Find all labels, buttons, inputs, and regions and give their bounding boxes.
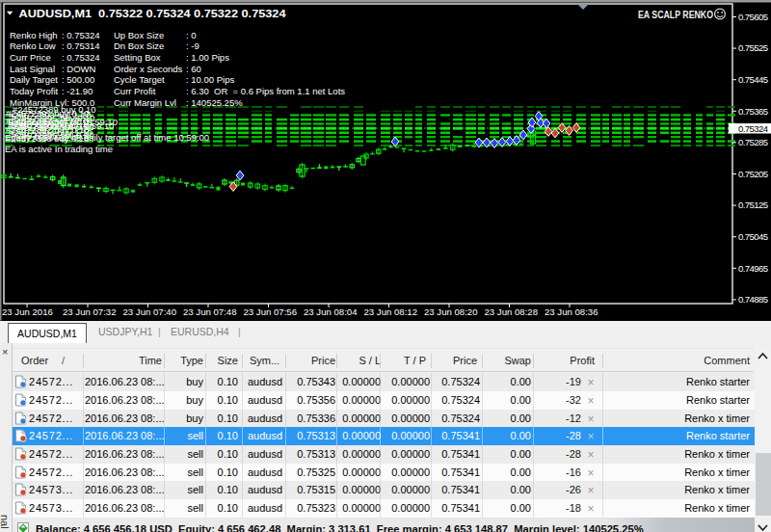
svg-text:Dn Box Size: Dn Box Size [114,40,164,51]
svg-text:Balance target off 10:59:10: Balance target off 10:59:10 [8,117,118,127]
svg-text:23 Jun 07:56: 23 Jun 07:56 [244,306,297,317]
svg-text:0.75285: 0.75285 [738,137,768,147]
svg-text:23 Jun 07:48: 23 Jun 07:48 [183,306,236,317]
svg-text:0.75445: 0.75445 [738,74,768,85]
svg-text:: 60: : 60 [186,64,201,74]
svg-text:Today Profit: Today Profit [10,86,59,96]
svg-text:0.75324: 0.75324 [738,123,769,134]
svg-text:23 Jun 07:32: 23 Jun 07:32 [63,306,116,317]
svg-text:: 0.75314: : 0.75314 [62,40,100,51]
svg-text:Daily Target: Daily Target [10,74,58,85]
svg-text:0.75045: 0.75045 [738,231,768,242]
svg-text:: 0.75324: : 0.75324 [62,30,100,40]
svg-text:Equity 4656462.48 daily target: Equity 4656462.48 daily target off at ti… [5,132,209,143]
svg-text:Curr Profit: Curr Profit [114,86,156,96]
svg-text:Renko High: Renko High [10,30,58,40]
svg-text:AUDUSD,M1 0.75322 0.75324 0.7: AUDUSD,M1 0.75322 0.75324 0.75322 0.7532… [19,8,287,19]
svg-text:EA SCALP RENKO: EA SCALP RENKO [638,10,713,20]
svg-text:Setting Box: Setting Box [114,52,161,63]
svg-text:Curr Price: Curr Price [10,52,51,63]
svg-text:Curr Margin Lvl: Curr Margin Lvl [114,97,176,108]
svg-text:0.75125: 0.75125 [738,200,768,210]
svg-text:: -21.90: : -21.90 [62,86,93,96]
svg-text:: 6.30 OR = 0.6 Pips from 1.: : 6.30 OR = 0.6 Pips from 1.1 net Lots [186,86,345,96]
svg-text:23 Jun 08:20: 23 Jun 08:20 [424,306,477,317]
svg-text:: 500.00: : 500.00 [62,74,94,85]
svg-text:: 0: : 0 [186,30,197,40]
svg-text:23 Jun 08:04: 23 Jun 08:04 [304,306,358,317]
svg-text:: DOWN: : DOWN [62,64,95,74]
svg-text:0.75205: 0.75205 [738,169,768,179]
svg-text:23 Jun 08:36: 23 Jun 08:36 [545,306,598,317]
svg-text:23 Jun 08:28: 23 Jun 08:28 [485,306,538,317]
svg-text:0.74965: 0.74965 [738,263,768,274]
svg-text:Order x Seconds: Order x Seconds [114,64,183,74]
svg-text:0.75525: 0.75525 [738,42,768,53]
svg-text:23 Jun 08:12: 23 Jun 08:12 [364,306,417,317]
svg-text:0.75605: 0.75605 [738,12,768,22]
svg-text:: 0.75324: : 0.75324 [62,52,100,63]
svg-text:0.75365: 0.75365 [738,106,768,117]
svg-text:: 140525.25%: : 140525.25% [186,97,243,108]
svg-text:Cycle Target: Cycle Target [114,74,165,85]
svg-text:23 Jun 2016: 23 Jun 2016 [2,306,53,317]
svg-text:0.74885: 0.74885 [738,294,768,305]
svg-text:Renko Low: Renko Low [10,40,56,51]
svg-text:Last Signal: Last Signal [10,64,55,74]
svg-text:23 Jun 07:40: 23 Jun 07:40 [123,306,176,317]
svg-text:: 1.00 Pips: : 1.00 Pips [186,52,229,63]
svg-text:: 10.00 Pips: : 10.00 Pips [186,74,234,85]
svg-text:Up Box Size: Up Box Size [114,30,164,40]
svg-text:: -9: : -9 [186,40,199,51]
svg-text:EA is active In trading time: EA is active In trading time [5,144,113,154]
